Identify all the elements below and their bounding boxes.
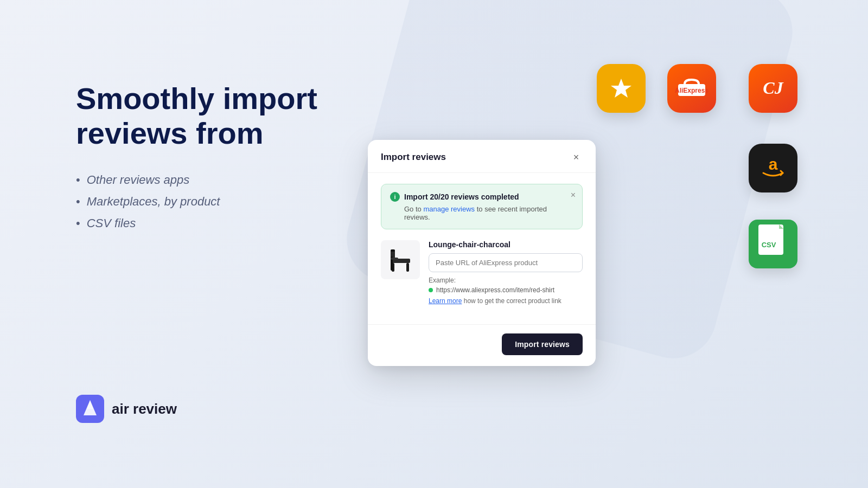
trustpilot-star-svg bbox=[607, 74, 635, 102]
list-item: Marketplaces, by product bbox=[76, 195, 317, 209]
product-name: Lounge-chair-charcoal bbox=[429, 240, 583, 249]
example-label: Example: bbox=[429, 277, 583, 284]
modal-close-button[interactable]: × bbox=[570, 151, 583, 164]
banner-close-button[interactable]: × bbox=[571, 191, 576, 200]
modal-header: Import reviews × bbox=[368, 140, 596, 173]
success-icon: i bbox=[390, 192, 400, 202]
learn-more-link[interactable]: Learn more bbox=[429, 297, 462, 305]
feature-list: Other reviews apps Marketplaces, by prod… bbox=[76, 173, 317, 230]
svg-text:AliExpress: AliExpress bbox=[675, 87, 709, 94]
url-input[interactable] bbox=[429, 253, 583, 272]
amazon-logo-svg: a bbox=[757, 155, 789, 182]
success-banner: i Import 20/20 reviews completed Go to m… bbox=[381, 184, 583, 229]
learn-more-row: Learn more how to get the correct produc… bbox=[429, 297, 583, 305]
platform-icons: AliExpress CJ a CSV bbox=[651, 0, 868, 488]
example-url: https://www.aliexpress.com/item/red-shir… bbox=[429, 286, 583, 294]
logo-area: air review bbox=[76, 395, 177, 423]
left-content: Smoothly import reviews from Other revie… bbox=[76, 81, 317, 238]
trustpilot-icon bbox=[597, 64, 646, 113]
svg-rect-4 bbox=[406, 263, 409, 272]
amazon-icon: a bbox=[749, 144, 797, 192]
headline: Smoothly import reviews from bbox=[76, 81, 317, 151]
svg-rect-11 bbox=[758, 224, 783, 255]
svg-text:a: a bbox=[769, 155, 778, 173]
import-reviews-button[interactable]: Import reviews bbox=[502, 333, 583, 355]
chair-image bbox=[383, 242, 418, 277]
success-title: Import 20/20 reviews completed bbox=[404, 192, 519, 201]
product-image bbox=[381, 240, 420, 279]
modal-footer: Import reviews bbox=[368, 324, 596, 366]
modal-body: i Import 20/20 reviews completed Go to m… bbox=[368, 173, 596, 324]
csv-icon: CSV bbox=[749, 220, 797, 268]
aliexpress-icon: AliExpress bbox=[667, 64, 716, 113]
import-modal: Import reviews × i Import 20/20 reviews … bbox=[368, 140, 596, 366]
product-details: Lounge-chair-charcoal Example: https://w… bbox=[429, 240, 583, 305]
success-body: Go to manage reviews to see recent impor… bbox=[390, 205, 573, 221]
svg-rect-6 bbox=[391, 258, 398, 260]
cj-icon: CJ bbox=[749, 64, 797, 113]
modal-title: Import reviews bbox=[381, 152, 446, 163]
success-banner-header: i Import 20/20 reviews completed bbox=[390, 192, 573, 202]
logo-text: air review bbox=[112, 401, 177, 418]
svg-text:CSV: CSV bbox=[762, 241, 776, 249]
logo-icon bbox=[76, 395, 104, 423]
manage-reviews-link[interactable]: manage reviews bbox=[423, 205, 475, 213]
green-dot-icon bbox=[429, 288, 433, 292]
aliexpress-logo-svg: AliExpress bbox=[673, 78, 711, 99]
csv-file-svg: CSV bbox=[754, 222, 792, 266]
svg-rect-7 bbox=[391, 249, 395, 252]
list-item: Other reviews apps bbox=[76, 173, 317, 187]
list-item: CSV files bbox=[76, 216, 317, 230]
product-row: Lounge-chair-charcoal Example: https://w… bbox=[381, 240, 583, 305]
cj-text: CJ bbox=[763, 79, 783, 98]
